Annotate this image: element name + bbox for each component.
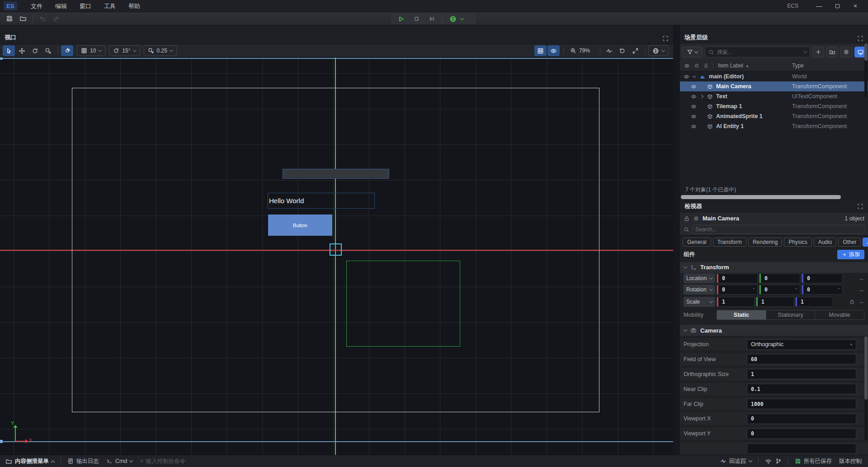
mobility-stationary-button[interactable]: Stationary — [766, 310, 816, 319]
menu-file[interactable]: 文件 — [24, 0, 49, 12]
guide-handle[interactable] — [0, 57, 3, 60]
maximize-button[interactable] — [828, 0, 846, 12]
app-logo[interactable]: ES — [4, 1, 17, 10]
scrollbar-thumb[interactable] — [864, 43, 868, 61]
chevron-right-icon[interactable] — [698, 95, 705, 98]
ui-text-element[interactable]: Hello World — [268, 193, 375, 209]
step-forward-button[interactable] — [425, 14, 439, 24]
visibility-toggle[interactable] — [547, 45, 560, 56]
fullscreen-button[interactable] — [629, 45, 642, 56]
clipped-input[interactable] — [747, 443, 856, 454]
location-x-field[interactable]: 0 — [717, 273, 758, 283]
trace-dropdown[interactable]: 回追踪 — [717, 457, 755, 465]
inspector-search[interactable] — [692, 225, 864, 234]
reset-view-button[interactable] — [616, 45, 628, 56]
rotation-x-field[interactable]: 0° — [717, 285, 758, 295]
select-tool-button[interactable] — [3, 45, 15, 56]
gear-icon[interactable] — [693, 215, 699, 222]
rotate-tool-button[interactable] — [29, 45, 41, 56]
location-z-field[interactable]: 0 — [802, 273, 843, 283]
undo-button[interactable] — [37, 13, 48, 24]
world-view-dropdown[interactable] — [648, 45, 669, 56]
run-target-chevron-icon[interactable] — [460, 16, 464, 20]
column-type[interactable]: Type — [792, 62, 804, 69]
run-target-button[interactable] — [446, 14, 460, 24]
add-entity-button[interactable] — [812, 47, 824, 57]
far-clip-input[interactable]: 1000 — [747, 399, 856, 409]
grid-visibility-toggle[interactable] — [534, 45, 547, 56]
column-item-label[interactable]: Item Label ▲ — [718, 62, 749, 69]
menu-edit[interactable]: 编辑 — [49, 0, 73, 12]
hierarchy-search[interactable] — [705, 47, 810, 57]
lock-column-icon[interactable] — [703, 63, 709, 68]
hierarchy-settings-button[interactable] — [840, 47, 852, 57]
tab-all[interactable]: All — [863, 238, 868, 247]
expand-panel-icon[interactable] — [857, 203, 863, 210]
orthographic-size-input[interactable]: 1 — [747, 369, 856, 379]
eye-icon[interactable] — [691, 93, 698, 100]
inspector-search-input[interactable] — [695, 226, 861, 233]
tab-rendering[interactable]: Rendering — [748, 238, 782, 247]
move-tool-button[interactable] — [16, 45, 28, 56]
projection-dropdown[interactable]: Orthographic ▾ — [747, 339, 856, 350]
rotation-snap-dropdown[interactable]: 15° — [109, 45, 140, 56]
guide-handle[interactable] — [0, 440, 3, 443]
transform-section-header[interactable]: Transform — [680, 262, 868, 273]
eye-icon[interactable] — [691, 123, 698, 129]
expand-panel-icon[interactable] — [857, 35, 863, 42]
chevron-down-icon[interactable] — [691, 75, 698, 78]
mobility-static-button[interactable]: Static — [717, 310, 766, 319]
scale-dropdown[interactable]: Scale — [684, 297, 715, 307]
hierarchy-row-ai-entity[interactable]: AI Entity 1 TransformComponent — [680, 121, 868, 131]
lock-icon[interactable] — [684, 215, 690, 222]
ui-panel-element[interactable] — [283, 169, 389, 179]
link-axes-icon[interactable]: ↔ — [859, 286, 864, 293]
tab-other[interactable]: Other — [838, 238, 861, 247]
hierarchy-row-text[interactable]: Text UITextComponent — [680, 91, 868, 101]
cmd-dropdown[interactable]: Cmd — [103, 458, 136, 464]
hierarchy-row-main-camera[interactable]: Main Camera TransformComponent — [680, 81, 868, 91]
source-control-button[interactable] — [775, 458, 785, 464]
ui-button-element[interactable]: Button — [268, 214, 332, 236]
new-folder-button[interactable] — [826, 47, 838, 57]
console-command-input[interactable]: > 输入控制台命令 — [136, 457, 189, 465]
snap-toggle-button[interactable] — [61, 45, 73, 56]
expand-panel-icon[interactable] — [662, 35, 669, 42]
save-button[interactable] — [4, 13, 15, 24]
vertical-scrollbar[interactable] — [864, 336, 868, 440]
scrollbar-thumb[interactable] — [864, 336, 868, 400]
scene-canvas[interactable]: Hello World Button Y X — [0, 57, 673, 455]
rotation-dropdown[interactable]: Rotation — [684, 285, 715, 295]
vertical-scrollbar[interactable] — [864, 43, 868, 98]
rotation-y-field[interactable]: 0° — [759, 285, 800, 295]
location-y-field[interactable]: 0 — [759, 273, 800, 283]
hierarchy-row-tilemap[interactable]: Tilemap 1 TransformComponent — [680, 101, 868, 111]
scale-y-field[interactable]: 1 — [756, 297, 794, 307]
grid-snap-dropdown[interactable]: 10 — [77, 45, 105, 56]
scale-z-field[interactable]: 1 — [795, 297, 833, 307]
selection-gizmo-box[interactable] — [330, 243, 342, 256]
menu-help[interactable]: 帮助 — [122, 0, 146, 12]
filter-dropdown[interactable] — [682, 47, 703, 57]
save-status[interactable]: 所有已保存 — [791, 457, 836, 465]
scrollbar-thumb[interactable] — [681, 195, 841, 199]
open-project-button[interactable] — [17, 13, 29, 24]
hierarchy-row-main[interactable]: main (Editor) World — [680, 71, 868, 81]
link-axes-icon[interactable]: ↔ — [859, 275, 864, 282]
network-status-button[interactable] — [761, 458, 775, 465]
hierarchy-search-input[interactable] — [717, 49, 801, 55]
star-column-icon[interactable] — [694, 63, 699, 68]
camera-section-header[interactable]: Camera — [680, 325, 868, 336]
tab-audio[interactable]: Audio — [814, 238, 837, 247]
play-button[interactable] — [394, 14, 408, 24]
visibility-column-icon[interactable] — [684, 63, 690, 69]
location-dropdown[interactable]: Location — [684, 273, 715, 283]
stop-button[interactable] — [410, 14, 423, 24]
hierarchy-row-animatedsprite[interactable]: AnimatedSprite 1 TransformComponent — [680, 111, 868, 121]
menu-window[interactable]: 窗口 — [73, 0, 98, 12]
version-control-button[interactable]: 版本控制 — [835, 457, 865, 465]
mobility-movable-button[interactable]: Movable — [815, 310, 864, 319]
eye-icon[interactable] — [691, 113, 698, 119]
scale-snap-dropdown[interactable]: 0.25 — [144, 45, 177, 56]
rotation-z-field[interactable]: 0° — [802, 285, 843, 295]
